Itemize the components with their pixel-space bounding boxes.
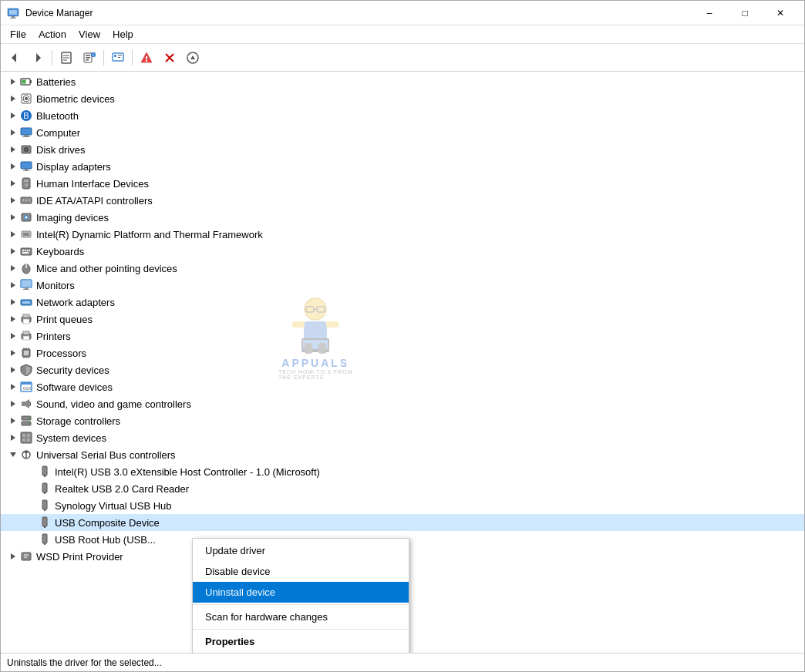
context-scan-changes[interactable]: Scan for hardware changes <box>193 606 409 627</box>
tree-item-keyboards[interactable]: Keyboards <box>1 243 804 260</box>
uninstall-button[interactable] <box>136 47 157 69</box>
expand-arrow-usb-root-hub[interactable] <box>25 533 38 546</box>
svg-rect-131 <box>42 517 47 526</box>
svg-rect-136 <box>22 553 31 560</box>
expand-arrow-network[interactable] <box>7 296 19 308</box>
expand-arrow-wsd-print[interactable] <box>7 550 19 563</box>
toolbar-separator-2 <box>103 50 104 66</box>
tree-item-usb-synology[interactable]: Synology Virtual USB Hub <box>1 497 804 514</box>
expand-arrow-usb-composite[interactable] <box>25 516 38 529</box>
tree-item-software[interactable]: 010Software devices <box>1 378 804 395</box>
expand-arrow-software[interactable] <box>7 381 19 393</box>
context-uninstall-device[interactable]: Uninstall device <box>193 582 409 603</box>
svg-rect-119 <box>22 438 25 442</box>
expand-arrow-monitors[interactable] <box>7 279 19 291</box>
tree-item-display-adapters[interactable]: Display adapters <box>1 158 804 175</box>
expand-arrow-computer[interactable] <box>7 126 19 139</box>
expand-arrow-batteries[interactable] <box>7 76 19 88</box>
tree-item-bluetooth[interactable]: BBluetooth <box>1 107 804 124</box>
tree-item-usb-realtek[interactable]: Realtek USB 2.0 Card Reader <box>1 480 804 497</box>
maximize-button[interactable]: □ <box>727 1 763 25</box>
tree-item-usb-intel[interactable]: Intel(R) USB 3.0 eXtensible Host Control… <box>1 463 804 480</box>
intel-icon <box>19 227 33 241</box>
close-button[interactable]: ✕ <box>763 1 798 25</box>
tree-item-mice[interactable]: Mice and other pointing devices <box>1 260 804 277</box>
expand-arrow-printers[interactable] <box>7 330 19 342</box>
tree-item-network[interactable]: Network adapters <box>1 294 804 311</box>
expand-arrow-imaging[interactable] <box>7 211 19 223</box>
tree-item-print-queues[interactable]: Print queues <box>1 311 804 328</box>
properties-button[interactable] <box>56 47 77 69</box>
tree-item-computer[interactable]: Computer <box>1 124 804 141</box>
expand-arrow-sound[interactable] <box>7 398 19 410</box>
show-hide-button[interactable] <box>107 47 129 69</box>
tree-item-usb-composite[interactable]: USB Composite Device <box>1 514 804 531</box>
forward-button[interactable] <box>27 47 49 69</box>
svg-rect-68 <box>22 250 24 251</box>
menu-action[interactable]: Action <box>32 27 72 42</box>
expand-arrow-ide[interactable] <box>7 194 19 207</box>
menu-help[interactable]: Help <box>106 27 140 42</box>
expand-arrow-storage[interactable] <box>7 415 19 427</box>
app-icon <box>7 7 19 19</box>
context-update-driver[interactable]: Update driver <box>193 540 409 561</box>
expand-arrow-usb-realtek[interactable] <box>25 482 38 495</box>
usb-device-icon <box>38 533 52 546</box>
expand-arrow-disk-drives[interactable] <box>7 143 19 156</box>
svg-marker-42 <box>11 146 15 153</box>
expand-arrow-mice[interactable] <box>7 262 19 274</box>
svg-marker-54 <box>11 197 15 203</box>
svg-marker-107 <box>11 401 15 407</box>
expand-arrow-biometric[interactable] <box>7 92 19 105</box>
tree-item-usb[interactable]: Universal Serial Bus controllers <box>1 446 804 463</box>
tree-item-printers[interactable]: Printers <box>1 328 804 344</box>
tree-item-storage[interactable]: Storage controllers <box>1 412 804 429</box>
svg-marker-59 <box>11 214 15 220</box>
menu-view[interactable]: View <box>72 27 106 42</box>
title-bar: Device Manager – □ ✕ <box>1 1 804 25</box>
expand-arrow-system-devices[interactable] <box>7 432 19 444</box>
expand-arrow-usb-intel[interactable] <box>25 465 38 478</box>
tree-item-system-devices[interactable]: System devices <box>1 429 804 446</box>
tree-item-imaging[interactable]: Imaging devices <box>1 209 804 226</box>
tree-label-usb: Universal Serial Bus controllers <box>36 449 176 461</box>
tree-item-ide[interactable]: IDE ATA/ATAPI controllers <box>1 192 804 209</box>
menu-file[interactable]: File <box>4 27 32 42</box>
tree-item-hid[interactable]: Human Interface Devices <box>1 175 804 192</box>
tree-item-processors[interactable]: Processors <box>1 344 804 361</box>
expand-arrow-usb-synology[interactable] <box>25 499 38 512</box>
tree-item-intel-thermal[interactable]: Intel(R) Dynamic Platform and Thermal Fr… <box>1 226 804 243</box>
svg-marker-38 <box>11 129 15 136</box>
context-properties[interactable]: Properties <box>193 631 409 652</box>
tree-item-biometric[interactable]: Biometric devices <box>1 90 804 107</box>
tree-item-disk-drives[interactable]: Disk drives <box>1 141 804 158</box>
download-button[interactable] <box>182 47 204 69</box>
hid-icon <box>19 176 33 190</box>
expand-arrow-hid[interactable] <box>7 177 19 190</box>
expand-arrow-security[interactable] <box>7 364 19 376</box>
minimize-button[interactable]: – <box>692 1 727 25</box>
back-button[interactable] <box>4 47 25 69</box>
tree-item-monitors[interactable]: Monitors <box>1 277 804 294</box>
ide-icon <box>19 193 33 207</box>
expand-arrow-usb[interactable] <box>7 449 19 461</box>
expand-arrow-processors[interactable] <box>7 347 19 359</box>
status-bar: Uninstalls the driver for the selected..… <box>1 653 804 671</box>
svg-rect-144 <box>292 321 305 328</box>
expand-arrow-print-queues[interactable] <box>7 313 19 325</box>
svg-marker-82 <box>11 299 15 305</box>
scan-button[interactable] <box>159 47 180 69</box>
context-disable-device[interactable]: Disable device <box>193 561 409 582</box>
expand-arrow-keyboards[interactable] <box>7 245 19 257</box>
tree-label-usb-intel: Intel(R) USB 3.0 eXtensible Host Control… <box>55 466 320 478</box>
tree-item-security[interactable]: Security devices <box>1 361 804 378</box>
storage-icon <box>19 414 33 428</box>
expand-arrow-intel-thermal[interactable] <box>7 228 19 240</box>
svg-text:010: 010 <box>23 386 32 391</box>
tree-item-batteries[interactable]: Batteries <box>1 73 804 90</box>
update-button[interactable]: ! <box>79 47 100 69</box>
tree-item-sound[interactable]: Sound, video and game controllers <box>1 395 804 412</box>
printer-icon <box>19 329 33 343</box>
expand-arrow-bluetooth[interactable] <box>7 109 19 122</box>
expand-arrow-display-adapters[interactable] <box>7 160 19 173</box>
